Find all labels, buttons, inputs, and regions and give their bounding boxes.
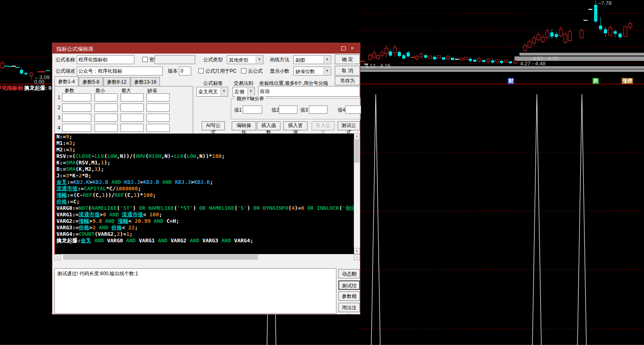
- param-input-r4c3[interactable]: [121, 124, 144, 132]
- price-label: 0.00: [34, 79, 44, 85]
- param-input-r2c3[interactable]: [121, 104, 144, 112]
- param-tab-0[interactable]: 参数1-4: [54, 76, 78, 86]
- extra-y-input-4[interactable]: [345, 106, 361, 114]
- extra-y-input-3[interactable]: [309, 106, 327, 114]
- code-line-2: M1:=3;: [55, 140, 354, 147]
- usage-note-button[interactable]: 用法注释: [338, 303, 360, 312]
- insert-function-button[interactable]: 插入函数: [257, 121, 280, 130]
- price-label: ~7.78: [598, 0, 612, 6]
- param-input-r3c4[interactable]: [146, 114, 170, 122]
- param-tab-1[interactable]: 参数5-8: [79, 77, 103, 86]
- code-line-9: 流通市值:=CAPITAL*C/1000000;: [55, 185, 354, 192]
- formula-name-input[interactable]: [77, 55, 134, 64]
- code-line-8: 金叉:=KDJ.K>KDJ.D AND KDJ.J>KDJ.D AND KDJ.…: [55, 179, 354, 185]
- chevron-down-icon[interactable]: ▼: [247, 88, 254, 96]
- param-input-r4c1[interactable]: [62, 124, 91, 132]
- version-label: 版本: [168, 68, 178, 75]
- param-input-r1c3[interactable]: [121, 93, 144, 101]
- indicator-panel-title: 序化指标创 擒龙起爆: 0.00: [0, 84, 59, 92]
- coordline-input[interactable]: [258, 86, 360, 97]
- param-wizard-button[interactable]: 参数精灵: [338, 291, 360, 301]
- extra-y-input-1[interactable]: [243, 106, 262, 114]
- extra-y-label-1: 值1: [234, 107, 242, 114]
- param-input-r1c2[interactable]: [95, 93, 118, 101]
- hscroll-thumb[interactable]: [63, 254, 258, 260]
- test-result-button[interactable]: 测试结果: [338, 280, 360, 290]
- param-input-r1c4[interactable]: [146, 93, 170, 101]
- decimal-select[interactable]: 缺省位数 ▼: [293, 67, 331, 75]
- indicator-name: 序化指标创: [0, 85, 23, 91]
- test-formula-button[interactable]: 测试公式: [338, 121, 360, 130]
- code-line-3: M2:=3;: [55, 147, 354, 153]
- extra-y-label-4: 值4: [338, 107, 345, 114]
- scroll-up-icon[interactable]: ∧: [354, 134, 360, 140]
- import-formula-button: 引入公式: [312, 121, 334, 130]
- formula-desc-input[interactable]: [77, 67, 163, 75]
- vscroll-thumb[interactable]: [354, 140, 360, 163]
- param-input-r3c2[interactable]: [95, 114, 118, 122]
- cancel-button[interactable]: 取 消: [335, 66, 360, 75]
- param-input-r3c1[interactable]: [62, 114, 91, 122]
- pc-only-checkbox[interactable]: 公式只用于PC: [198, 68, 237, 75]
- formula-type-select[interactable]: 其他类型 ▼: [227, 55, 263, 64]
- code-line-13: VARG1:=流通市值>0 AND 流通市值< 100;: [55, 211, 354, 218]
- extra-y-label-3: 值3: [300, 107, 308, 114]
- param-row-number: 4: [58, 125, 60, 131]
- formula-desc-label: 公式描述: [56, 68, 75, 75]
- param-input-r4c2[interactable]: [95, 124, 118, 132]
- param-input-r2c1[interactable]: [62, 104, 91, 112]
- scroll-left-icon[interactable]: ‹: [54, 254, 60, 260]
- horizontal-scrollbar[interactable]: ‹ ›: [54, 254, 360, 260]
- param-tab-3[interactable]: 参数13-16: [131, 77, 160, 86]
- ok-button[interactable]: 确 定: [335, 54, 360, 64]
- checkbox-icon: [142, 57, 148, 62]
- checkbox-icon: [198, 68, 204, 73]
- vertical-scrollbar[interactable]: ∧ ∨: [354, 134, 360, 254]
- formula-editor-dialog: 指标公式编辑器 × 公式名称 密码保护 公式类型 其他类型 ▼ 画线方法 副图 …: [52, 43, 360, 315]
- draw-method-select[interactable]: 副图 ▼: [293, 55, 331, 64]
- param-table: 参数最小最大缺省1234: [54, 86, 193, 134]
- formula-name-label: 公式名称: [56, 56, 75, 63]
- extra-y-label-2: 值2: [271, 107, 279, 114]
- param-input-r3c3[interactable]: [121, 114, 144, 122]
- scroll-down-icon[interactable]: ∨: [354, 248, 360, 254]
- formula-code-editor[interactable]: N:=9;M1:=3;M2:=3;RSV:=(CLOSE-LLV(LOW,N))…: [54, 134, 354, 254]
- param-tab-2[interactable]: 参数9-12: [103, 77, 130, 86]
- insert-resource-button[interactable]: 插入资源: [283, 121, 308, 130]
- version-input[interactable]: [179, 67, 191, 75]
- scroll-right-icon[interactable]: ›: [354, 254, 360, 260]
- ai-write-formula-button[interactable]: AI写公式: [202, 121, 225, 130]
- maximize-icon[interactable]: [340, 45, 346, 51]
- chevron-down-icon[interactable]: ▼: [323, 67, 330, 75]
- code-line-6: D:=SMA(K,M2,1);: [55, 166, 354, 172]
- price-label: 4.27 - 4.48: [520, 60, 545, 67]
- param-input-r2c4[interactable]: [146, 104, 170, 112]
- decimal-label: 显示小数: [270, 68, 289, 75]
- close-icon[interactable]: ×: [349, 45, 355, 51]
- market-badge[interactable]: 涨榜: [622, 78, 633, 84]
- extra-y-input-2[interactable]: [279, 106, 297, 114]
- formula-type-label: 公式类型: [203, 56, 223, 63]
- trade-rule-label: 交易法则: [234, 80, 253, 87]
- dialog-title: 指标公式编辑器: [56, 45, 93, 53]
- param-row-number: 2: [58, 105, 60, 110]
- chevron-down-icon[interactable]: ▼: [256, 56, 263, 63]
- chevron-down-icon[interactable]: ▼: [220, 88, 227, 96]
- chevron-down-icon[interactable]: ▼: [323, 56, 330, 63]
- market-badge[interactable]: 财: [508, 78, 514, 84]
- param-input-r1c1[interactable]: [62, 93, 91, 101]
- test-result-panel: 测试通过! 代码长度:600,输出线个数:1: [54, 268, 336, 314]
- save-as-button[interactable]: 另存为: [335, 76, 360, 85]
- dialog-titlebar[interactable]: 指标公式编辑器 ×: [52, 43, 360, 54]
- formula-tag-label: 公式标签: [203, 80, 223, 87]
- formula-tag-select[interactable]: 金叉死叉 ▼: [196, 87, 228, 97]
- market-badge[interactable]: 跌: [592, 78, 599, 84]
- param-input-r2c2[interactable]: [95, 104, 118, 112]
- param-input-r4c4[interactable]: [146, 124, 170, 132]
- dynamic-translate-button[interactable]: 动态翻译: [338, 269, 360, 278]
- checkbox-icon: [241, 68, 246, 73]
- code-line-12: VARG0:=NOT(NAMELIKE('ST') OR NAMELIKE('*…: [55, 205, 354, 211]
- extra-y-title: 额外Y轴分界: [235, 95, 265, 102]
- edit-ops-button[interactable]: 编辑操作: [232, 121, 256, 130]
- cloud-formula-checkbox[interactable]: 云公式: [241, 68, 263, 75]
